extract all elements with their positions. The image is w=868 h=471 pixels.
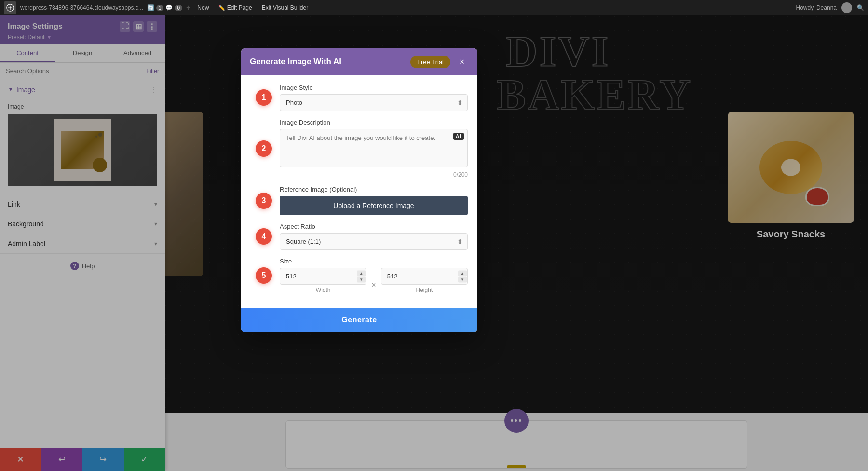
multiply-symbol: × xyxy=(371,281,376,293)
field-reference-image: 3 Reference Image (Optional) Upload a Re… xyxy=(280,186,468,215)
field-image-description: 2 Image Description AI 0/200 xyxy=(280,119,468,178)
counter-1: 1 xyxy=(156,5,164,11)
width-number-wrapper: ▲ ▼ xyxy=(280,268,366,285)
step-3-circle: 3 xyxy=(256,193,272,209)
step-5-circle: 5 xyxy=(256,267,272,284)
user-avatar[interactable] xyxy=(841,2,852,13)
image-description-label: Image Description xyxy=(280,119,468,126)
admin-counters: 🔄 1 💬 0 xyxy=(147,4,182,11)
free-trial-badge[interactable]: Free Trial xyxy=(410,56,450,68)
generate-button[interactable]: Generate xyxy=(241,308,477,332)
ai-badge: AI xyxy=(453,133,464,140)
modal-body: 1 Image Style Photo ⬍ 2 Image Descriptio… xyxy=(241,75,477,293)
aspect-ratio-select-wrapper: Square (1:1) ⬍ xyxy=(280,233,468,250)
width-spinners: ▲ ▼ xyxy=(357,270,366,282)
size-group: Size ▲ ▼ Width × xyxy=(280,258,468,293)
image-description-group: Image Description AI 0/200 xyxy=(280,119,468,178)
step-4-circle: 4 xyxy=(256,228,272,245)
field-size: 5 Size ▲ ▼ Width × xyxy=(280,258,468,293)
modal-title: Generate Image With AI xyxy=(250,57,341,67)
admin-bar-right: Howdy, Deanna 🔍 xyxy=(796,2,865,13)
image-style-select[interactable]: Photo xyxy=(280,94,468,111)
site-url: wordpress-784896-3766464.cloudwaysapps.c… xyxy=(20,4,143,11)
image-style-group: Image Style Photo ⬍ xyxy=(280,84,468,111)
wp-admin-bar: wordpress-784896-3766464.cloudwaysapps.c… xyxy=(0,0,868,15)
edit-page-button[interactable]: ✏️ Edit Page xyxy=(216,3,255,12)
reference-image-group: Reference Image (Optional) Upload a Refe… xyxy=(280,186,468,215)
upload-reference-button[interactable]: Upload a Reference Image xyxy=(280,196,468,215)
field-aspect-ratio: 4 Aspect Ratio Square (1:1) ⬍ xyxy=(280,223,468,250)
howdy-text: Howdy, Deanna xyxy=(796,4,837,11)
image-style-label: Image Style xyxy=(280,84,468,91)
height-up-button[interactable]: ▲ xyxy=(458,270,467,276)
aspect-ratio-select[interactable]: Square (1:1) xyxy=(280,233,468,250)
new-button[interactable]: New xyxy=(194,3,212,12)
width-label: Width xyxy=(280,287,366,293)
reference-image-label: Reference Image (Optional) xyxy=(280,186,468,193)
width-input-wrap: ▲ ▼ Width xyxy=(280,268,366,293)
image-description-textarea[interactable] xyxy=(280,129,468,167)
step-1-circle: 1 xyxy=(256,89,272,106)
height-input[interactable] xyxy=(381,268,468,285)
search-icon[interactable]: 🔍 xyxy=(857,4,864,11)
height-number-wrapper: ▲ ▼ xyxy=(381,268,468,285)
generate-image-modal: Generate Image With AI Free Trial × 1 Im… xyxy=(241,48,477,332)
modal-close-button[interactable]: × xyxy=(455,55,469,69)
admin-bar-left: wordpress-784896-3766464.cloudwaysapps.c… xyxy=(4,1,793,14)
height-spinners: ▲ ▼ xyxy=(458,270,467,282)
step-2-circle: 2 xyxy=(256,140,272,157)
aspect-ratio-label: Aspect Ratio xyxy=(280,223,468,230)
size-row: ▲ ▼ Width × ▲ ▼ xyxy=(280,268,468,293)
width-down-button[interactable]: ▼ xyxy=(357,277,366,282)
image-description-wrapper: AI xyxy=(280,129,468,169)
modal-footer: 6 Generate xyxy=(241,301,477,332)
wp-logo[interactable] xyxy=(4,1,16,14)
height-down-button[interactable]: ▼ xyxy=(458,277,467,282)
aspect-ratio-group: Aspect Ratio Square (1:1) ⬍ xyxy=(280,223,468,250)
width-up-button[interactable]: ▲ xyxy=(357,270,366,276)
modal-header: Generate Image With AI Free Trial × xyxy=(241,48,477,75)
size-label: Size xyxy=(280,258,468,265)
field-image-style: 1 Image Style Photo ⬍ xyxy=(280,84,468,111)
height-label: Height xyxy=(381,287,468,293)
modal-header-right: Free Trial × xyxy=(410,55,469,69)
counter-2: 0 xyxy=(175,5,182,11)
width-input[interactable] xyxy=(280,268,366,285)
char-count: 0/200 xyxy=(280,171,468,178)
image-style-select-wrapper: Photo ⬍ xyxy=(280,94,468,111)
height-input-wrap: ▲ ▼ Height xyxy=(381,268,468,293)
exit-builder-button[interactable]: Exit Visual Builder xyxy=(259,3,312,12)
